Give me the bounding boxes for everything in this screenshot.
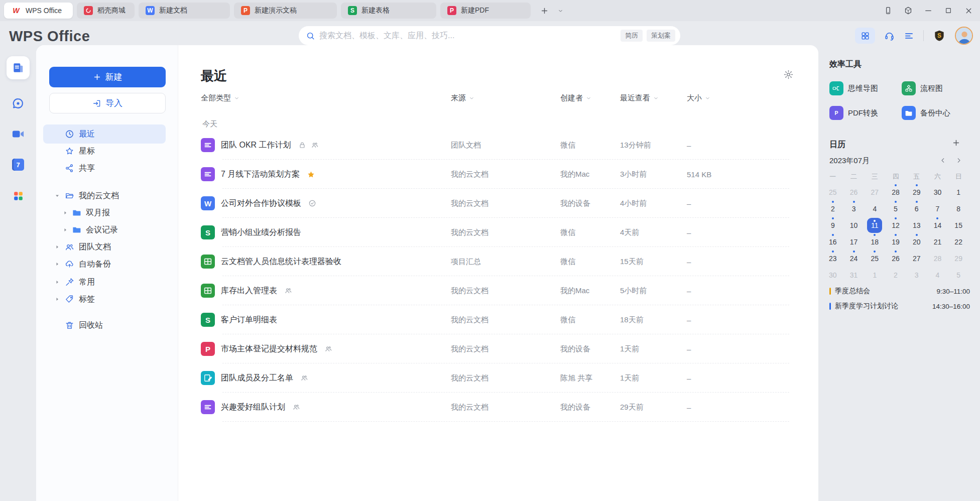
filter-2[interactable]: 创建者: [560, 93, 592, 103]
caret-down-icon[interactable]: [54, 193, 60, 199]
rail-item-meeting[interactable]: [7, 122, 30, 146]
avatar[interactable]: [955, 27, 973, 45]
calendar-day[interactable]: 8: [948, 200, 969, 217]
calendar-day[interactable]: 26: [843, 184, 865, 200]
sidebar-item-8[interactable]: 常用: [43, 274, 166, 291]
calendar-day[interactable]: 28: [927, 250, 948, 267]
calendar-day[interactable]: 7: [927, 200, 948, 217]
calendar-event[interactable]: 新季度学习计划讨论14:30–16:00: [829, 300, 970, 313]
filter-0[interactable]: 全部类型: [201, 93, 240, 103]
calendar-day[interactable]: 21: [927, 233, 948, 250]
tab-list-dropdown[interactable]: [554, 4, 567, 17]
filter-4[interactable]: 大小: [687, 93, 711, 103]
sidebar-item-9[interactable]: 标签: [43, 291, 166, 308]
apps-grid-icon[interactable]: [855, 28, 875, 44]
sidebar-item-0[interactable]: 最近: [43, 124, 166, 144]
tab-item[interactable]: W新建文档: [139, 3, 230, 19]
table-row[interactable]: 团队成员及分工名单我的云文档陈旭 共享1天前–: [178, 363, 818, 393]
calendar-day[interactable]: 12: [885, 217, 906, 233]
tab-item[interactable]: S新建表格: [341, 3, 436, 19]
calendar-day[interactable]: 6: [906, 200, 927, 217]
calendar-day[interactable]: 27: [864, 184, 885, 200]
calendar-day-selected[interactable]: 11: [864, 217, 885, 233]
calendar-day[interactable]: 20: [906, 233, 927, 250]
calendar-day[interactable]: 17: [843, 233, 865, 250]
calendar-day[interactable]: 10: [843, 217, 865, 233]
calendar-day[interactable]: 28: [885, 184, 906, 200]
caret-right-icon[interactable]: [54, 279, 60, 285]
tab-wps-office[interactable]: WWPS Office: [4, 3, 73, 19]
calendar-day[interactable]: 22: [948, 233, 969, 250]
tool-mindmap[interactable]: 思维导图: [829, 79, 900, 97]
calendar-prev-button[interactable]: [939, 157, 947, 164]
calendar-day[interactable]: 23: [822, 250, 843, 267]
calendar-day[interactable]: 2: [885, 267, 906, 283]
table-row[interactable]: 兴趣爱好组队计划我的云文档我的设备29天前–: [178, 393, 818, 422]
calendar-next-button[interactable]: [955, 157, 962, 164]
settings-gear-icon[interactable]: [783, 69, 794, 80]
tab-item[interactable]: P新建PDF: [440, 3, 531, 19]
minimize-button[interactable]: [922, 4, 935, 17]
calendar-day[interactable]: 31: [843, 267, 865, 283]
calendar-day[interactable]: 4: [864, 200, 885, 217]
rail-item-documents[interactable]: [7, 56, 30, 79]
calendar-day[interactable]: 3: [906, 267, 927, 283]
sidebar-item-4[interactable]: 双月报: [43, 204, 166, 221]
calendar-day[interactable]: 19: [885, 233, 906, 250]
rail-item-calendar-app[interactable]: 7: [7, 153, 30, 176]
calendar-day[interactable]: 18: [864, 233, 885, 250]
calendar-day[interactable]: 9: [822, 217, 843, 233]
sidebar-item-7[interactable]: 自动备份: [43, 256, 166, 273]
calendar-day[interactable]: 26: [885, 250, 906, 267]
calendar-day[interactable]: 25: [822, 184, 843, 200]
calendar-day[interactable]: 1: [948, 184, 969, 200]
caret-right-icon[interactable]: [62, 227, 68, 233]
table-row[interactable]: P市场主体登记提交材料规范我的云文档我的设备1天前–: [178, 334, 818, 363]
search-tag[interactable]: 策划案: [647, 30, 675, 42]
vip-badge-icon[interactable]: S: [933, 29, 946, 43]
sidebar-item-3[interactable]: 我的云文档: [43, 187, 166, 204]
tool-backup-center[interactable]: 备份中心: [902, 104, 972, 122]
caret-right-icon[interactable]: [62, 210, 68, 216]
calendar-add-button[interactable]: [952, 139, 960, 147]
search-input[interactable]: [319, 31, 621, 40]
new-tab-button[interactable]: [538, 4, 551, 17]
calendar-day[interactable]: 16: [822, 233, 843, 250]
calendar-day[interactable]: 4: [927, 267, 948, 283]
rail-item-apps[interactable]: [7, 184, 30, 207]
mobile-button[interactable]: [882, 4, 895, 17]
table-row[interactable]: S营销小组业绩分析报告我的云文档微信4天前–: [178, 218, 818, 247]
tab-item[interactable]: 稻壳商城: [77, 3, 135, 19]
calendar-day[interactable]: 13: [906, 217, 927, 233]
table-row[interactable]: 云文档管人员信息统计表理器验收项目汇总微信15天前–: [178, 247, 818, 276]
calendar-day[interactable]: 27: [906, 250, 927, 267]
tab-item[interactable]: P新建演示文稿: [234, 3, 337, 19]
menu-icon[interactable]: [904, 31, 914, 41]
table-row[interactable]: 7 月线下活动策划方案我的云文档我的Mac3小时前514 KB: [178, 160, 818, 189]
table-row[interactable]: W公司对外合作协议模板我的云文档我的设备4小时前–: [178, 189, 818, 218]
caret-right-icon[interactable]: [54, 261, 60, 267]
headset-icon[interactable]: [884, 31, 895, 41]
sidebar-item-1[interactable]: 星标: [43, 143, 166, 160]
sidebar-item-trash[interactable]: 回收站: [43, 317, 166, 334]
search-tag[interactable]: 简历: [621, 30, 643, 42]
calendar-day[interactable]: 1: [864, 267, 885, 283]
sidebar-item-5[interactable]: 会议记录: [43, 221, 166, 238]
tool-pdf-convert[interactable]: PPDF转换: [829, 104, 900, 122]
calendar-day[interactable]: 29: [906, 184, 927, 200]
caret-right-icon[interactable]: [54, 244, 60, 250]
tool-flowchart[interactable]: 流程图: [902, 79, 972, 97]
calendar-day[interactable]: 3: [843, 200, 865, 217]
calendar-day[interactable]: 24: [843, 250, 865, 267]
table-row[interactable]: S客户订单明细表我的云文档微信18天前–: [178, 305, 818, 334]
caret-right-icon[interactable]: [54, 296, 60, 302]
table-row[interactable]: 团队 OKR 工作计划团队文档微信13分钟前–: [178, 131, 818, 160]
calendar-day[interactable]: 25: [864, 250, 885, 267]
calendar-day[interactable]: 14: [927, 217, 948, 233]
new-document-button[interactable]: 新建: [49, 67, 166, 87]
rail-item-chat[interactable]: [7, 92, 30, 115]
calendar-day[interactable]: 30: [822, 267, 843, 283]
calendar-day[interactable]: 5: [885, 200, 906, 217]
filter-1[interactable]: 来源: [451, 93, 475, 103]
workspace-button[interactable]: [902, 4, 915, 17]
